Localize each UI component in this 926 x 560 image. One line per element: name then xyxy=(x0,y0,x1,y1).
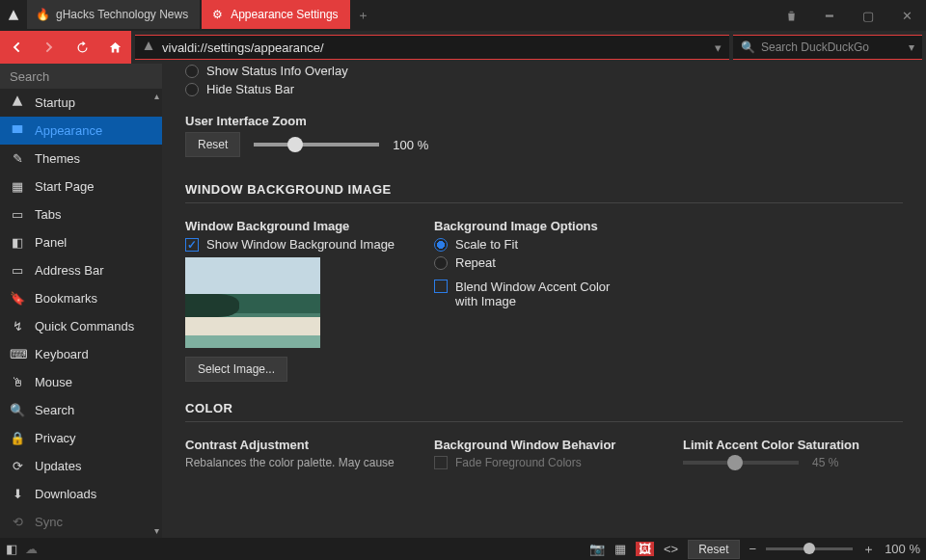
sidebar-item-label: Start Page xyxy=(35,179,94,194)
limit-saturation-label: Limit Accent Color Saturation xyxy=(683,438,895,452)
radio-show-status-overlay[interactable] xyxy=(185,65,199,78)
sidebar-item-label: Bookmarks xyxy=(35,291,97,306)
checkbox-show-wbi[interactable] xyxy=(185,238,199,252)
settings-content: Show Status Info Overlay Hide Status Bar… xyxy=(162,64,926,538)
image-toggle-icon[interactable]: 🖼 xyxy=(636,542,654,556)
download-icon: ⬇ xyxy=(10,487,25,501)
tabs-icon: ▭ xyxy=(10,207,25,222)
settings-sidebar: Search ▴ Startup Appearance ✎Themes ▦Sta… xyxy=(0,64,162,538)
scroll-down-icon[interactable]: ▾ xyxy=(151,525,161,536)
svg-rect-0 xyxy=(13,125,23,133)
sidebar-item-label: Mouse xyxy=(35,375,72,389)
sidebar-item-label: Themes xyxy=(35,151,80,166)
trash-button[interactable] xyxy=(772,0,810,31)
bookmark-icon: 🔖 xyxy=(10,291,25,306)
sidebar-item-label: Downloads xyxy=(35,487,96,501)
sidebar-item-panel[interactable]: ◧Panel xyxy=(0,228,162,256)
window-minimize-button[interactable]: ━ xyxy=(810,0,849,31)
ui-zoom-slider[interactable] xyxy=(254,143,379,147)
sidebar-item-label: Startup xyxy=(35,95,75,110)
background-image-preview xyxy=(185,257,320,348)
sidebar-item-themes[interactable]: ✎Themes xyxy=(0,145,162,173)
search-icon: 🔍 xyxy=(10,403,25,417)
zoom-in-button[interactable]: ＋ xyxy=(862,541,875,558)
reload-button[interactable] xyxy=(66,31,98,64)
page-zoom-reset-button[interactable]: Reset xyxy=(688,540,739,559)
ui-zoom-value: 100 % xyxy=(393,138,428,152)
chevron-down-icon[interactable]: ▾ xyxy=(909,40,914,54)
sidebar-item-startup[interactable]: Startup xyxy=(0,89,162,117)
option-label: Fade Foreground Colors xyxy=(455,456,582,469)
sidebar-item-privacy[interactable]: 🔒Privacy xyxy=(0,424,162,452)
home-button[interactable] xyxy=(98,31,131,64)
sidebar-item-quick-commands[interactable]: ↯Quick Commands xyxy=(0,312,162,340)
scroll-up-icon[interactable]: ▴ xyxy=(151,91,161,101)
search-field[interactable]: 🔍 Search DuckDuckGo ▾ xyxy=(733,35,922,60)
sidebar-item-bookmarks[interactable]: 🔖Bookmarks xyxy=(0,284,162,312)
page-zoom-slider[interactable] xyxy=(766,547,853,550)
saturation-value: 45 % xyxy=(812,456,838,469)
sidebar-item-label: Keyboard xyxy=(35,347,89,361)
sidebar-item-search[interactable]: 🔍Search xyxy=(0,396,162,424)
vivaldi-menu-button[interactable] xyxy=(0,0,27,31)
sidebar-item-updates[interactable]: ⟳Updates xyxy=(0,452,162,480)
cloud-icon[interactable]: ☁ xyxy=(25,542,38,556)
grid-icon: ▦ xyxy=(10,179,25,194)
sidebar-item-label: Quick Commands xyxy=(35,319,134,333)
bg-window-behavior-label: Background Window Behavior xyxy=(434,438,656,452)
chevron-down-icon[interactable]: ▾ xyxy=(715,40,722,55)
sidebar-item-address-bar[interactable]: ▭Address Bar xyxy=(0,256,162,284)
checkbox-blend-accent[interactable] xyxy=(434,280,448,293)
section-color: COLOR xyxy=(185,401,903,422)
sync-icon: ⟲ xyxy=(10,515,25,529)
window-maximize-button[interactable]: ▢ xyxy=(849,0,887,31)
new-tab-button[interactable]: ＋ xyxy=(350,0,377,31)
back-button[interactable] xyxy=(0,31,33,64)
sidebar-item-label: Updates xyxy=(35,459,81,473)
sidebar-item-tabs[interactable]: ▭Tabs xyxy=(0,200,162,228)
option-label: Scale to Fit xyxy=(455,237,518,252)
bg-image-options-label: Background Image Options xyxy=(434,219,656,233)
radio-hide-status-bar[interactable] xyxy=(185,83,199,96)
option-label: Blend Window Accent Color with Image xyxy=(455,280,629,308)
sidebar-item-mouse[interactable]: 🖱Mouse xyxy=(0,368,162,396)
radio-scale-to-fit[interactable] xyxy=(434,238,448,252)
sidebar-item-label: Tabs xyxy=(35,207,61,222)
tab-appearance-settings[interactable]: ⚙ Appearance Settings xyxy=(202,0,349,29)
addressbar-icon: ▭ xyxy=(10,263,25,278)
sidebar-item-keyboard[interactable]: ⌨Keyboard xyxy=(0,340,162,368)
sidebar-item-label: Privacy xyxy=(35,431,76,445)
camera-icon[interactable]: 📷 xyxy=(589,542,605,556)
option-label: Repeat xyxy=(455,255,496,270)
sidebar-search[interactable]: Search xyxy=(0,64,162,89)
mouse-icon: 🖱 xyxy=(10,375,25,389)
page-zoom-value: 100 % xyxy=(885,542,920,556)
window-close-button[interactable]: ✕ xyxy=(887,0,926,31)
checkbox-fade-foreground[interactable] xyxy=(434,456,448,469)
keyboard-icon: ⌨ xyxy=(10,347,25,361)
panel-toggle-icon[interactable]: ◧ xyxy=(6,542,17,556)
sidebar-item-label: Search xyxy=(35,403,74,417)
panel-icon: ◧ xyxy=(10,235,25,250)
tab-ghacks[interactable]: 🔥 gHacks Technology News xyxy=(27,0,200,29)
radio-repeat[interactable] xyxy=(434,256,448,270)
sidebar-item-start-page[interactable]: ▦Start Page xyxy=(0,173,162,200)
option-label: Show Window Background Image xyxy=(206,237,395,252)
url-text: vivaldi://settings/appearance/ xyxy=(162,40,324,55)
forward-button[interactable] xyxy=(33,31,66,64)
tile-icon[interactable]: ▦ xyxy=(614,542,626,556)
ui-zoom-reset-button[interactable]: Reset xyxy=(185,132,240,157)
select-image-button[interactable]: Select Image... xyxy=(185,357,287,382)
gear-icon: ⚙ xyxy=(209,7,225,22)
saturation-slider[interactable] xyxy=(683,461,799,465)
zoom-out-button[interactable]: − xyxy=(749,542,757,556)
tab-label: gHacks Technology News xyxy=(56,8,188,21)
code-icon[interactable]: <> xyxy=(664,542,678,556)
sidebar-item-label: Address Bar xyxy=(35,263,104,278)
contrast-adjustment-sub: Rebalances the color palette. May cause xyxy=(185,456,407,469)
sidebar-item-appearance[interactable]: Appearance xyxy=(0,117,162,145)
sidebar-item-sync[interactable]: ⟲Sync xyxy=(0,508,162,536)
address-field[interactable]: vivaldi://settings/appearance/ ▾ xyxy=(135,35,729,60)
tab-label: Appearance Settings xyxy=(231,8,338,21)
sidebar-item-downloads[interactable]: ⬇Downloads xyxy=(0,480,162,508)
